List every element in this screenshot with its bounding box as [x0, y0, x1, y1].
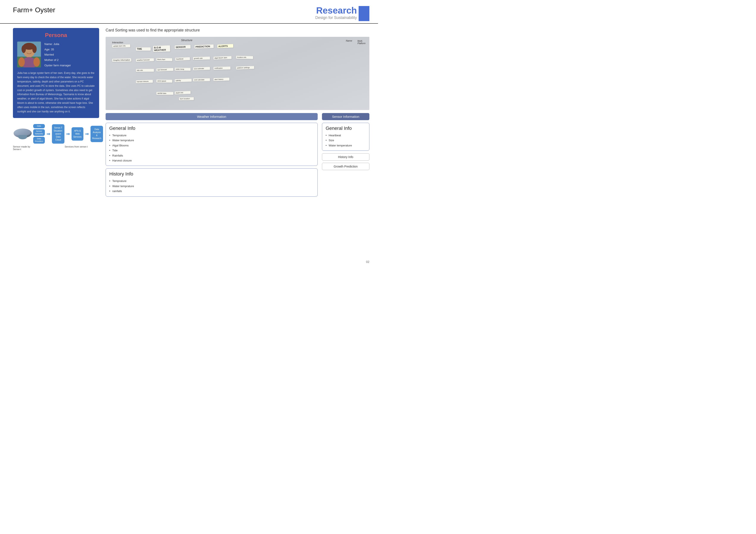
card-15: harvest closure — [136, 80, 153, 84]
list-item: Rainfalls — [109, 153, 314, 158]
card-2: weather forecast — [136, 58, 154, 62]
multi-platform-label: Multi-Platform — [358, 40, 365, 44]
persona-mother: Mother of 2 — [44, 58, 71, 63]
sensor-diagram: Data Sensor Networks Data Providers ⇒ Se… — [13, 122, 99, 150]
svg-point-10 — [14, 129, 31, 136]
list-item: Tide — [109, 148, 314, 153]
card-21: depth info — [175, 91, 191, 95]
card-8: tide info — [136, 69, 154, 72]
list-item: Algal Blooms — [109, 143, 314, 148]
right-column: Card Sorting was used to find the approp… — [106, 28, 369, 265]
card-4: heartbeat — [175, 57, 190, 61]
prediction-card: PREDICTION — [194, 44, 214, 49]
sensor-general-title: General Info — [326, 126, 366, 131]
svg-point-7 — [18, 57, 25, 67]
list-item: rainfalls — [109, 189, 314, 193]
ting-card: TIME — [136, 47, 151, 51]
card-sort-inner: Interaction Structure Name Multi-Platfor… — [106, 37, 369, 110]
arrow-1: ⇒ — [46, 131, 51, 137]
info-area: Weather Information General Info Temprat… — [106, 113, 369, 265]
list-item: Temprature — [109, 133, 314, 138]
diagram-row: Data Sensor Networks Data Providers ⇒ Se… — [13, 124, 103, 143]
sensor-column: Sensor Information General Info Heartbea… — [322, 113, 369, 265]
card-1: Graphic Information — [112, 58, 131, 62]
page-title: Farm+ Oyster — [13, 6, 55, 14]
card-19: alert history — [213, 78, 230, 81]
sensor-label-2: Services from sense-t — [65, 145, 88, 150]
sensor-card: SENSOR — [175, 45, 191, 49]
header-right: Research Design for Sustainability — [315, 6, 369, 21]
list-item: Water temperature — [326, 143, 366, 148]
apis-box: APIs & Web Services — [71, 127, 83, 140]
page-number: 02 — [366, 260, 369, 264]
persona-title: Persona — [17, 32, 95, 38]
persona-box: Persona — [13, 28, 99, 118]
list-item: Water temprature — [109, 138, 314, 143]
sensor-label-1: Sensor made by Sense-t — [13, 145, 32, 150]
list-item: Size — [326, 138, 366, 143]
flow-stack-1: Data Sensor Networks Data Providers — [33, 124, 45, 143]
diagram-labels: Sensor made by Sense-t Services from sen… — [13, 145, 88, 150]
card-9: rain forecast — [156, 68, 174, 72]
sense-t-box: Sense-T Situation-aware Data Cloud — [52, 124, 65, 144]
sensor-general-list: Heartbeat Size Water temperature — [326, 133, 366, 148]
card-17: salinity — [175, 79, 192, 83]
card-22: farm location — [179, 97, 194, 100]
card-18: cost calculate — [193, 78, 210, 81]
weather-history-title: History Info — [109, 171, 314, 177]
card-14: update farm info — [112, 44, 130, 48]
weather-history-info-card: History Info Temprature Water temprature… — [106, 168, 318, 196]
sensor-networks-box: Sensor Networks — [33, 129, 45, 136]
persona-name: Name: Julia — [44, 41, 71, 47]
growth-prediction-box: Growth Prediction — [322, 163, 369, 170]
weather-column: Weather Information General Info Temprat… — [106, 113, 318, 265]
card-13: platform settings — [236, 66, 254, 70]
main-content: Persona — [0, 24, 378, 267]
interaction-label: Interaction — [112, 41, 123, 44]
header: Farm+ Oyster Research Design for Sustain… — [0, 0, 378, 24]
history-info-box: History Info — [322, 153, 369, 161]
weather-header: Weather Information — [106, 113, 318, 120]
card-5: growth rate — [193, 56, 210, 60]
card-12: notification — [213, 66, 230, 70]
structure-label: Structure — [181, 38, 192, 42]
data-box: Data — [33, 124, 45, 128]
list-item: Harvest closure — [109, 158, 314, 163]
data-analysis-box: Data Analysis & Research — [91, 126, 103, 142]
weather-general-info-card: General Info Temprature Water temprature… — [106, 123, 318, 166]
sensor-general-info-card: General Info Heartbeat Size Water temper… — [322, 123, 369, 151]
sensor-header: Sensor Information — [322, 113, 369, 120]
research-label: Research — [315, 6, 357, 15]
list-item: Temprature — [109, 179, 314, 184]
name-label: Name — [346, 39, 352, 42]
header-accent-box — [359, 6, 369, 21]
persona-job: Oyster farm manager — [44, 63, 71, 68]
weather-card: B.O.MWEATHER — [153, 45, 171, 52]
research-section-label: Research Design for Sustainability — [315, 6, 357, 20]
card-10: water temp — [175, 67, 191, 71]
card-3: Boat chart — [156, 58, 173, 61]
svg-point-8 — [33, 57, 40, 67]
data-providers-box: Data Providers — [33, 137, 45, 143]
list-item: Water temprature — [109, 184, 314, 189]
svg-rect-12 — [18, 135, 27, 138]
persona-age: Age: 35 — [44, 47, 71, 52]
card-sort-title: Card Sorting was used to find the approp… — [106, 28, 369, 33]
arrow-2: ⇒ — [65, 131, 71, 137]
weather-general-title: General Info — [109, 126, 314, 131]
arrow-3: ⇒ — [84, 131, 90, 137]
avatar — [17, 41, 41, 67]
persona-details: Name: Julia Age: 35 Married Mother of 2 … — [44, 41, 71, 68]
persona-content: Name: Julia Age: 35 Married Mother of 2 … — [17, 41, 95, 68]
avatar-image — [17, 41, 41, 67]
card-20: rainfall data — [156, 92, 174, 95]
alerts-card: ALERTS — [217, 44, 233, 48]
left-column: Persona — [13, 28, 99, 265]
card-11: size estimate — [193, 67, 210, 71]
persona-description: Julia has a large oyster farm of her own… — [17, 71, 95, 114]
svg-point-4 — [21, 45, 26, 53]
svg-point-5 — [32, 45, 37, 53]
card-16: wind speed — [156, 79, 173, 83]
sensor-device-image — [13, 127, 32, 141]
weather-general-list: Temprature Water temprature Algal Blooms… — [109, 133, 314, 163]
